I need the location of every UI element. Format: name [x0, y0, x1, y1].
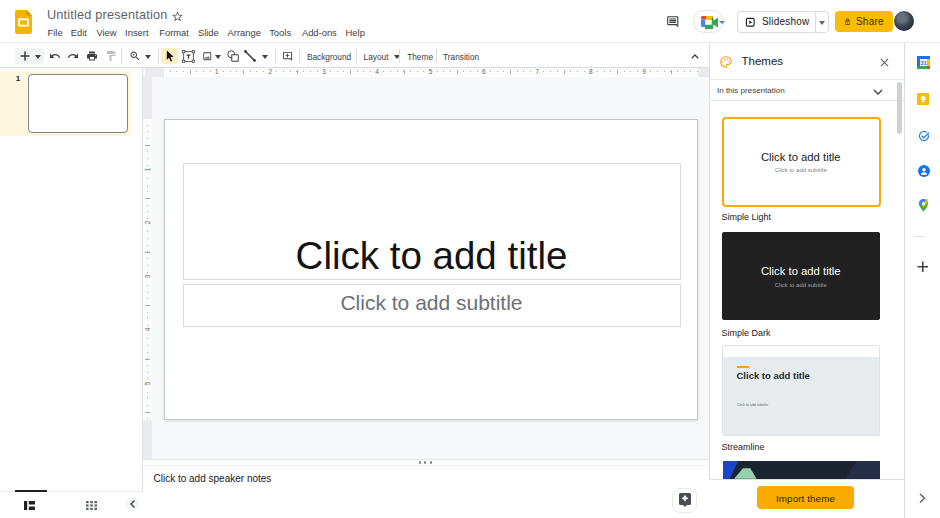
svg-text:31: 31 [920, 59, 927, 65]
